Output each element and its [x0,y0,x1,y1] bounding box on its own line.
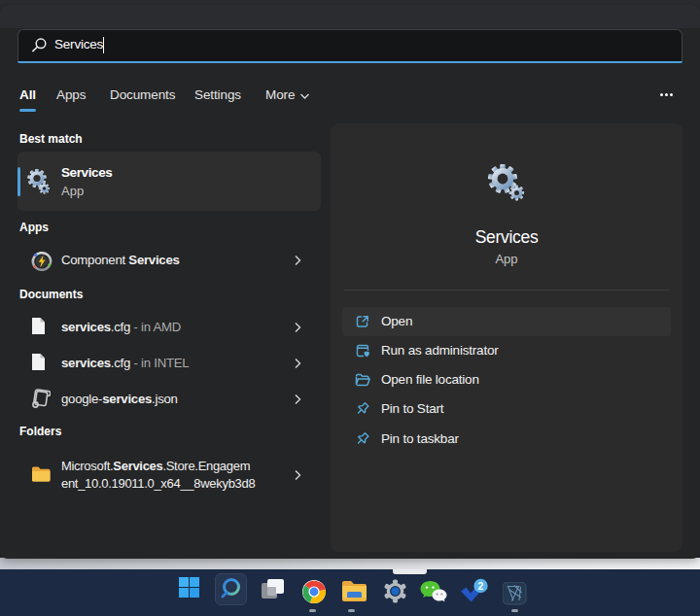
svg-text:2: 2 [478,580,484,592]
